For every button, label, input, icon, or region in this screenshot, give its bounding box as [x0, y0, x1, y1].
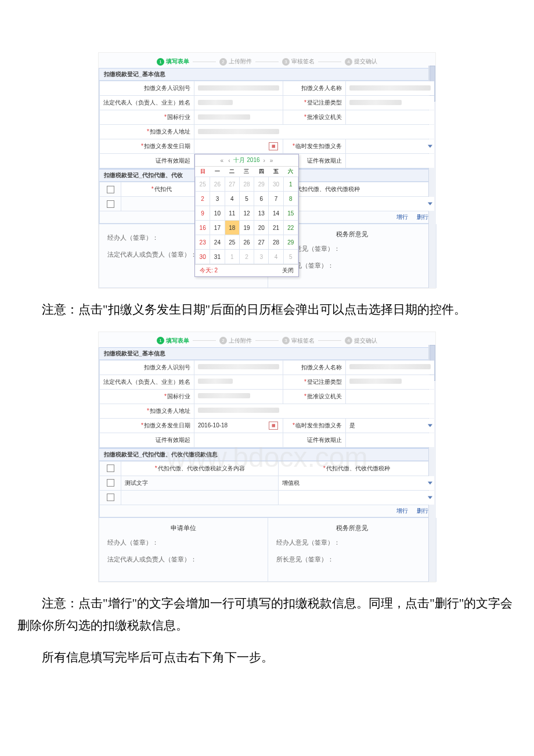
field-valid-from[interactable]: « ‹ 十月 2016 › » 日 一 二 — [194, 154, 283, 168]
label-legal: 法定代表人（负责人、业主）姓名 — [100, 96, 194, 110]
field-industry[interactable] — [194, 110, 283, 125]
row-checkbox[interactable] — [100, 490, 121, 505]
delete-row-link[interactable]: 删行 — [417, 507, 428, 514]
row-tax[interactable]: 增值税 — [279, 476, 435, 490]
field-id[interactable] — [194, 81, 283, 96]
row-content[interactable] — [121, 490, 279, 505]
sig-tax-office-title: 税务所意见 — [276, 524, 428, 532]
sig-chief: 所长意见（签章）： — [276, 555, 428, 564]
label-temp: 临时发生扣缴义务 — [283, 139, 346, 154]
step-3: 3审核签名 — [282, 57, 315, 66]
field-name[interactable] — [346, 81, 435, 96]
label-addr: 扣缴义务人地址 — [100, 125, 194, 139]
paragraph-1: 注意：点击"扣缴义务发生日期"后面的日历框会弹出可以点击选择日期的控件。 — [0, 299, 534, 321]
label-name: 扣缴义务人名称 — [283, 81, 346, 96]
basic-info-table: 扣缴义务人识别号 扣缴义务人名称 法定代表人（负责人、业主）姓名 登记注册类型 … — [99, 81, 435, 168]
calendar-icon[interactable]: ▦ — [269, 142, 278, 150]
calendar-icon[interactable]: ▦ — [269, 422, 278, 430]
chevron-down-icon[interactable] — [428, 424, 432, 427]
dp-next-year[interactable]: » — [269, 157, 275, 164]
col-content: 代扣代缴、代收代缴税款义务内容 — [121, 461, 279, 476]
field-date[interactable]: ▦ — [194, 139, 283, 154]
step-indicator: 1填写表单 2上传附件 3审核签名 4提交确认 — [99, 332, 435, 347]
step-1: 1填写表单 — [157, 337, 189, 345]
delete-row-link[interactable]: 删行 — [417, 214, 428, 220]
sig-handler-op: 经办人意见（签章）： — [276, 538, 428, 547]
paragraph-3: 所有信息填写完毕后可点击右下角下一步。 — [0, 647, 534, 669]
screenshot-1: 1填写表单 2上传附件 3审核签名 4提交确认 扣缴税款登记_基本信息 扣缴义务… — [98, 52, 436, 289]
sig-handler: 经办人（签章）： — [107, 538, 259, 547]
dp-month-label: 十月 2016 — [233, 156, 259, 164]
row-checkbox[interactable] — [100, 197, 121, 211]
dp-next-month[interactable]: › — [262, 157, 266, 164]
paragraph-2: 注意：点击"增行"的文字会增加一行可填写的扣缴税款信息。同理，点击"删行"的文字… — [0, 593, 534, 637]
label-valid-from: 证件有效期起 — [100, 154, 194, 168]
signature-area: 申请单位 经办人（签章）： 法定代表人或负责人（签章）： 税务所意见 经办人意见… — [99, 518, 436, 582]
tax-table-b: 代扣代缴、代收代缴税款义务内容 代扣代缴、代收代缴税种 测试文字 增值税 — [99, 461, 435, 505]
label-id: 扣缴义务人识别号 — [100, 81, 194, 96]
field-legal[interactable] — [194, 96, 283, 110]
step-1: 1填写表单 — [157, 57, 189, 66]
sig-legal: 法定代表人或负责人（签章）： — [107, 555, 259, 564]
label-regtype: 登记注册类型 — [283, 96, 346, 110]
section-basic-header: 扣缴税款登记_基本信息 — [99, 347, 435, 360]
field-date-filled[interactable]: 2016-10-18▦ — [194, 418, 283, 433]
step-2: 2上传附件 — [219, 57, 252, 66]
add-row-link[interactable]: 增行 — [396, 507, 408, 514]
col-sub: 代扣代 — [121, 182, 202, 197]
step-indicator: 1填写表单 2上传附件 3审核签名 4提交确认 — [99, 53, 435, 68]
col-tax: 代扣代缴、代收代缴税种 — [279, 461, 435, 476]
row-tax[interactable] — [279, 490, 435, 505]
chevron-down-icon[interactable] — [428, 203, 432, 206]
field-addr[interactable] — [194, 125, 435, 139]
chevron-down-icon[interactable] — [428, 481, 432, 484]
field-approval[interactable] — [346, 110, 435, 125]
section-tax-header-b: 扣缴税款登记_代扣代缴、代收代缴税款信息 — [99, 448, 435, 461]
step-4: 4提交确认 — [345, 57, 377, 66]
step-3: 3审核签名 — [282, 337, 315, 345]
label-approval: 批准设立机关 — [283, 110, 346, 125]
header-checkbox[interactable] — [100, 461, 121, 476]
dp-today[interactable]: 今天: 2 — [200, 267, 218, 275]
dp-prev-year[interactable]: « — [219, 157, 225, 164]
screenshot-2: www.bdocx.com 1填写表单 2上传附件 3审核签名 4提交确认 扣缴… — [98, 332, 436, 582]
basic-info-table: 扣缴义务人识别号 扣缴义务人名称 法定代表人（负责人、业主）姓名 登记注册类型 … — [99, 360, 435, 448]
section-basic-header: 扣缴税款登记_基本信息 — [99, 68, 435, 81]
dp-close[interactable]: 关闭 — [282, 267, 294, 275]
field-valid-to[interactable] — [346, 154, 435, 168]
step-2: 2上传附件 — [219, 337, 252, 345]
header-checkbox[interactable] — [100, 182, 121, 197]
dp-grid: 日 一 二 三 四 五 六 2526272829301 2345678 — [195, 167, 298, 264]
label-industry: 国标行业 — [100, 110, 194, 125]
row-checkbox[interactable] — [100, 476, 121, 490]
row-content[interactable]: 测试文字 — [121, 476, 279, 490]
field-temp-filled[interactable]: 是 — [346, 418, 435, 433]
chevron-down-icon[interactable] — [428, 145, 432, 148]
field-regtype[interactable] — [346, 96, 435, 110]
field-temp[interactable] — [346, 139, 435, 154]
label-date: 扣缴义务发生日期 — [100, 139, 194, 154]
add-row-link[interactable]: 增行 — [396, 214, 408, 220]
sig-applicant-title: 申请单位 — [107, 524, 259, 532]
row-content[interactable] — [121, 197, 202, 211]
step-4: 4提交确认 — [345, 337, 377, 345]
date-picker[interactable]: « ‹ 十月 2016 › » 日 一 二 — [194, 154, 299, 277]
chevron-down-icon[interactable] — [428, 496, 432, 499]
dp-prev-month[interactable]: ‹ — [227, 157, 231, 164]
